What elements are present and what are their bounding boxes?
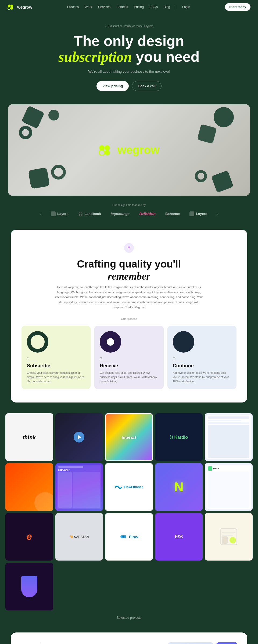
feat-logo-landbook: 🎧 Landbook [78, 212, 101, 216]
book-call-button[interactable]: Book a call [132, 81, 162, 91]
screen1-mockup [206, 415, 251, 459]
ytech-header: ytech [208, 466, 249, 471]
card-desc-subscribe: Choose your plan, list your requests. It… [27, 371, 85, 384]
layers-icon-1 [51, 211, 56, 216]
nav-login[interactable]: Login [182, 5, 190, 9]
shape-5 [51, 165, 66, 180]
svg-point-10 [122, 535, 124, 538]
svg-point-5 [105, 145, 110, 151]
portfolio-item-flow[interactable]: Flow [105, 513, 153, 561]
portfolio-item-carazan[interactable]: 🐪 CARAZAN [55, 513, 103, 561]
netrunner-label: netrunner [58, 469, 100, 471]
svg-point-7 [105, 150, 110, 155]
card-divider-3 [173, 361, 184, 361]
logo-icon [8, 4, 15, 10]
crafting-description: Here at Wegrow, we cut through the fluff… [54, 285, 204, 310]
paytient-wrapper: Paytient Paytient is a game-changer in t… [0, 632, 258, 644]
card-circle-subscribe [27, 331, 48, 353]
ytech-content [208, 471, 249, 508]
screen1-bar2 [208, 420, 241, 421]
process-label: Our process [22, 317, 236, 320]
portfolio-item-e-logo[interactable]: e [5, 513, 53, 561]
process-card-receive: 02 Receive Get designs fast, crisp, and … [94, 326, 163, 389]
logo[interactable]: wegrow [8, 4, 32, 10]
portfolio-item-kardio[interactable]: ⟩⟩ Kardio [155, 413, 203, 461]
hero-image: wegrow [8, 104, 250, 196]
nav-pricing[interactable]: Pricing [134, 5, 144, 9]
start-today-button[interactable]: Start today [225, 3, 250, 11]
portfolio-item-flowfinance[interactable]: FlowFinance [105, 463, 153, 511]
screen1-main [208, 425, 249, 458]
portfolio-item-interact-colorful[interactable]: Interact [105, 413, 153, 461]
svg-point-1 [10, 5, 13, 7]
portfolio-item-interact-logo[interactable] [55, 413, 103, 461]
scroll-indicator-right: ▷ [217, 212, 219, 215]
portfolio-grid: think Interact ⟩⟩ Kardio [5, 413, 253, 610]
brand-logo-icon [99, 145, 114, 155]
crafting-wrapper: Crafting quality you'll remember Here at… [0, 230, 258, 403]
paytient-left: Paytient Paytient is a game-changer in t… [20, 642, 161, 644]
card-title-receive: Receive [100, 363, 158, 369]
nav-blog[interactable]: Blog [164, 5, 170, 9]
sketch-illustration [219, 527, 238, 546]
crafting-title: Crafting quality you'll remember [22, 258, 236, 283]
screen1-bar3 [208, 422, 249, 424]
portfolio-item-netrunner[interactable]: netrunner [55, 463, 103, 511]
svg-point-15 [230, 537, 236, 543]
process-card-subscribe: 01 Subscribe Choose your plan, list your… [22, 326, 91, 389]
hero-title: The only design subscription you need [5, 33, 253, 65]
card-circle-receive [100, 331, 121, 353]
interact-text-wrapper: Interact [122, 435, 136, 440]
layers-icon-2 [189, 211, 194, 216]
featured-label: Our designs are featured by [0, 204, 258, 207]
card-circle-continue [173, 331, 194, 353]
view-pricing-button[interactable]: View pricing [96, 81, 129, 91]
nav-links: Process Work Services Benefits Pricing F… [67, 5, 190, 9]
sketch-content [205, 513, 253, 561]
hero-subtitle: We're all about taking your business to … [5, 69, 253, 74]
nav-services[interactable]: Services [98, 5, 110, 9]
portfolio-item-sketch[interactable] [205, 513, 253, 561]
flow-label: Flow [129, 535, 138, 539]
process-cards: 01 Subscribe Choose your plan, list your… [22, 326, 236, 389]
card-num-3: 03 [173, 357, 231, 360]
hero-badge: ☆ Subscription. Pause or cancel anytime [5, 25, 253, 28]
netrunner-col1 [58, 472, 72, 508]
card-divider-2 [100, 361, 110, 361]
portfolio-item-money[interactable]: £££ [155, 513, 203, 561]
crafting-icon [124, 243, 134, 253]
screen1-bar1 [208, 416, 249, 419]
nav-process[interactable]: Process [67, 5, 79, 9]
flow-icon [120, 534, 127, 539]
hero-buttons: View pricing Book a call [5, 81, 253, 91]
portfolio-item-think[interactable]: think [5, 413, 53, 461]
portfolio-item-screen1[interactable] [205, 413, 253, 461]
nav-work[interactable]: Work [85, 5, 92, 9]
svg-point-2 [8, 7, 10, 10]
process-card-continue: 03 Continue Approve or ask for edits; we… [167, 326, 236, 389]
flow-logo-wrapper: Flow [120, 534, 138, 539]
paytient-mockup-left: Get Started [168, 642, 213, 644]
hero-section: ☆ Subscription. Pause or cancel anytime … [0, 14, 258, 104]
dark-tail-shape [21, 576, 37, 597]
shape-3 [48, 110, 59, 120]
portfolio-item-dark-tail[interactable] [5, 563, 53, 610]
nav-faqs[interactable]: FAQs [150, 5, 158, 9]
crafting-section: Crafting quality you'll remember Here at… [11, 230, 247, 403]
shape-2 [19, 126, 32, 139]
nav-benefits[interactable]: Benefits [116, 5, 128, 9]
portfolio-selected-label: Selected projects [5, 616, 253, 620]
carazan-label: 🐪 CARAZAN [70, 535, 89, 539]
paytient-brand-card: Paytient [216, 642, 238, 644]
neon-n-letter: N [174, 480, 184, 494]
card-desc-continue: Approve or ask for edits; we're not done… [173, 371, 231, 384]
paytient-title: Paytient [20, 642, 161, 644]
brand-name: wegrow [117, 144, 159, 156]
ytech-brand: ytech [213, 467, 219, 470]
portfolio-item-orange-art[interactable] [5, 463, 53, 511]
portfolio-item-neon-n[interactable]: N [155, 463, 203, 511]
svg-rect-14 [222, 537, 227, 543]
think-label: think [23, 434, 36, 441]
netrunner-bar1 [58, 466, 83, 468]
portfolio-item-ytech[interactable]: ytech [205, 463, 253, 511]
